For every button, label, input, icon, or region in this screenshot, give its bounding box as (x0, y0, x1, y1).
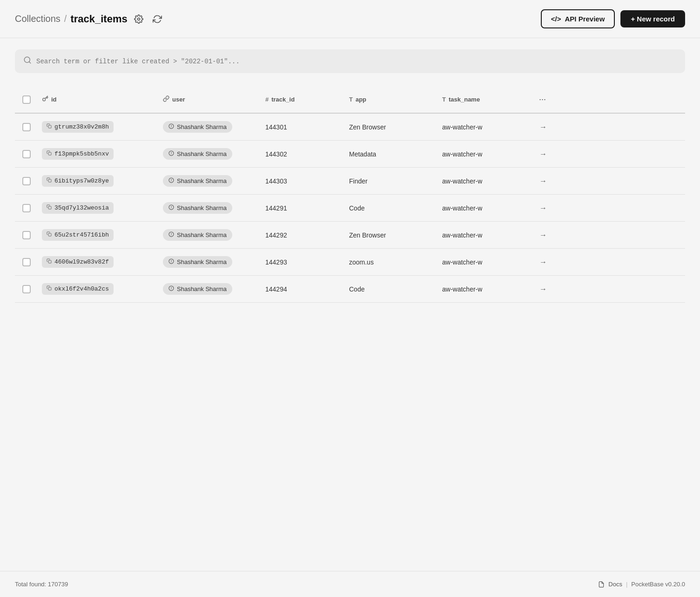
row-track-id-cell: 144294 (262, 281, 345, 298)
user-badge: Shashank Sharma (163, 229, 232, 241)
row-user-cell: Shashank Sharma (159, 251, 262, 272)
row-checkbox-4[interactable] (22, 231, 31, 239)
user-info-icon (168, 204, 174, 211)
more-columns-button[interactable]: ··· (535, 93, 550, 106)
search-input[interactable] (36, 58, 677, 65)
svg-rect-8 (48, 152, 51, 155)
id-value: okxl6f2v4h0a2cs (54, 285, 109, 292)
docs-link[interactable]: Docs (608, 581, 622, 588)
breadcrumb-separator: / (64, 14, 67, 24)
api-preview-label: API Preview (565, 15, 605, 23)
refresh-icon[interactable] (150, 12, 165, 27)
row-expand-cell[interactable]: → (532, 226, 555, 244)
id-badge: gtrumz38x0v2m8h (42, 121, 114, 133)
select-all-checkbox[interactable] (22, 95, 31, 104)
row-expand-cell[interactable]: → (532, 172, 555, 190)
settings-icon[interactable] (131, 12, 146, 27)
svg-rect-4 (48, 125, 51, 128)
total-count: Total found: 170739 (15, 581, 68, 588)
row-task-name-cell: aw-watcher-w (438, 119, 532, 136)
row-track-id-cell: 144301 (262, 119, 345, 136)
row-task-name-cell: aw-watcher-w (438, 200, 532, 217)
row-expand-cell[interactable]: → (532, 118, 555, 136)
svg-rect-16 (48, 206, 51, 209)
id-badge: 65u2str45716ibh (42, 229, 114, 241)
new-record-label: + New record (631, 15, 675, 23)
api-preview-button[interactable]: </> API Preview (541, 9, 615, 28)
row-app-cell: Zen Browser (345, 119, 438, 136)
id-value: 65u2str45716ibh (54, 231, 109, 238)
task-name-value: aw-watcher-w (442, 177, 482, 185)
app-value: zoom.us (349, 258, 374, 266)
row-task-name-cell: aw-watcher-w (438, 173, 532, 190)
id-badge: f13pmpk5sbb5nxv (42, 148, 114, 160)
row-checkbox-1[interactable] (22, 150, 31, 158)
task-name-value: aw-watcher-w (442, 123, 482, 131)
row-track-id-cell: 144291 (262, 200, 345, 217)
id-value: 4606wl9zw83v82f (54, 258, 109, 265)
key-icon (42, 95, 48, 103)
svg-rect-28 (48, 287, 51, 290)
svg-line-2 (29, 61, 30, 63)
svg-point-0 (137, 18, 140, 20)
table-row: 6ibityps7w0z8ye Shashank Sharma 14 (15, 168, 685, 195)
user-badge: Shashank Sharma (163, 121, 232, 133)
row-checkbox-6[interactable] (22, 285, 31, 293)
track-id-value: 144293 (265, 258, 287, 266)
track-id-value: 144302 (265, 150, 287, 158)
user-value: Shashank Sharma (177, 231, 227, 238)
collection-name: track_items (70, 13, 127, 25)
row-user-cell: Shashank Sharma (159, 197, 262, 218)
user-value: Shashank Sharma (177, 204, 227, 211)
row-expand-cell[interactable]: → (532, 199, 555, 217)
row-app-cell: zoom.us (345, 254, 438, 271)
row-checkbox-cell (15, 199, 38, 217)
table-row: 4606wl9zw83v82f Shashank Sharma 14 (15, 249, 685, 276)
row-id-cell: 35qd7yl32weosia (38, 197, 159, 218)
copy-icon (47, 177, 52, 184)
user-value: Shashank Sharma (177, 285, 227, 292)
row-expand-cell[interactable]: → (532, 253, 555, 271)
task-name-value: aw-watcher-w (442, 258, 482, 266)
row-checkbox-0[interactable] (22, 123, 31, 131)
table: id user # track_id (15, 86, 685, 303)
row-expand-cell[interactable]: → (532, 145, 555, 163)
select-all-header[interactable] (15, 90, 38, 109)
track-id-value: 144303 (265, 177, 287, 185)
row-user-cell: Shashank Sharma (159, 224, 262, 245)
user-badge: Shashank Sharma (163, 148, 232, 160)
header: Collections / track_items (0, 0, 700, 38)
user-value: Shashank Sharma (177, 123, 227, 130)
row-checkbox-5[interactable] (22, 258, 31, 266)
id-value: f13pmpk5sbb5nxv (54, 150, 109, 157)
track-id-value: 144292 (265, 231, 287, 239)
copy-icon (47, 285, 52, 292)
app-value: Zen Browser (349, 231, 386, 239)
number-icon: # (265, 96, 269, 103)
row-checkbox-cell (15, 172, 38, 190)
th-id-label: id (51, 96, 57, 103)
row-expand-cell[interactable]: → (532, 280, 555, 298)
collections-link[interactable]: Collections (15, 14, 61, 24)
new-record-button[interactable]: + New record (620, 10, 685, 27)
th-app: T app (345, 90, 438, 109)
row-user-cell: Shashank Sharma (159, 278, 262, 299)
row-checkbox-cell (15, 145, 38, 163)
id-badge: okxl6f2v4h0a2cs (42, 283, 114, 295)
app-value: Zen Browser (349, 123, 386, 131)
th-task-name-label: task_name (449, 96, 480, 103)
th-app-label: app (356, 96, 366, 103)
row-track-id-cell: 144292 (262, 227, 345, 244)
row-user-cell: Shashank Sharma (159, 170, 262, 191)
row-checkbox-3[interactable] (22, 204, 31, 212)
row-checkbox-2[interactable] (22, 177, 31, 185)
version-label: PocketBase v0.20.0 (631, 581, 685, 588)
row-app-cell: Code (345, 281, 438, 298)
th-track-id: # track_id (262, 90, 345, 109)
header-actions: </> API Preview + New record (541, 9, 685, 28)
page: Collections / track_items (0, 0, 700, 597)
breadcrumb: Collections / track_items (15, 12, 535, 27)
copy-icon (47, 258, 52, 265)
row-task-name-cell: aw-watcher-w (438, 254, 532, 271)
row-task-name-cell: aw-watcher-w (438, 281, 532, 298)
